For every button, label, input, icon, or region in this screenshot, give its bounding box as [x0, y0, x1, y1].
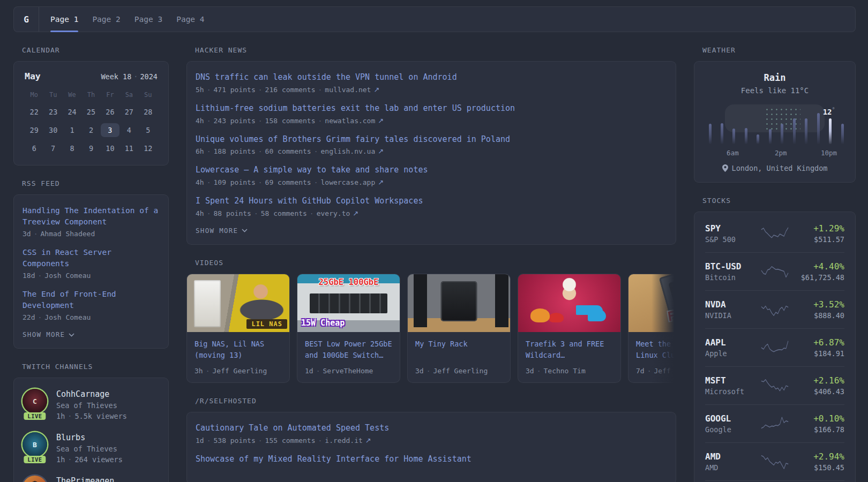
- stock-name: NVIDIA: [705, 311, 761, 320]
- item-author: Ahmad Shadeed: [40, 230, 95, 238]
- feed-item-title-link[interactable]: DNS traffic can leak outside the VPN tun…: [196, 72, 667, 84]
- chevron-down-icon: [242, 229, 248, 232]
- video-meta: 7d·Jeff Geerling: [636, 367, 676, 375]
- twitch-channel-row[interactable]: C LIVE CohhCarnage Sea of Thieves 1h·5.5…: [23, 389, 160, 420]
- item-comments-link[interactable]: 58 comments: [261, 209, 307, 217]
- calendar-day: 29: [25, 123, 43, 137]
- video-channel-link[interactable]: Jeff Geerling: [212, 367, 267, 375]
- item-comments-link[interactable]: 155 comments: [265, 436, 316, 445]
- feed-item-title-link[interactable]: I Spent 24 Hours with GitHub Copilot Wor…: [196, 195, 667, 207]
- tab-page-4[interactable]: Page 4: [169, 7, 211, 32]
- item-points: 243 points: [213, 117, 255, 125]
- daytime-overlay: [725, 104, 825, 132]
- item-comments-link[interactable]: 69 comments: [265, 178, 311, 186]
- video-channel-link[interactable]: ServeTheHome: [323, 367, 373, 375]
- item-comments-link[interactable]: 216 comments: [265, 86, 316, 94]
- temperature-bar: [769, 129, 772, 144]
- video-card[interactable]: 25GbE 100GbE 15W Cheap BEST Low Power 25…: [297, 274, 400, 383]
- calendar-day-header: We: [63, 91, 81, 101]
- separator-dot: ·: [311, 178, 321, 186]
- item-domain-link[interactable]: mullvad.net: [325, 86, 371, 94]
- calendar-day: 27: [119, 105, 138, 119]
- live-badge: LIVE: [24, 456, 46, 463]
- stock-values: +1.29% $511.57: [789, 223, 844, 244]
- video-card[interactable]: FAS Meet the newest Linux Cluster 7d·Jef…: [628, 274, 676, 383]
- stock-identity: NVDA NVIDIA: [705, 299, 761, 320]
- stock-ticker: AMD: [705, 451, 761, 462]
- stock-row[interactable]: GOOGL Google +0.10% $166.78: [705, 404, 844, 442]
- stock-row[interactable]: AMD AMD +2.94% $150.45: [705, 442, 844, 480]
- stock-row[interactable]: NVDA NVIDIA +3.52% $888.40: [705, 290, 844, 328]
- stock-row[interactable]: BTC-USD Bitcoin +4.40% $61,725.48: [705, 252, 844, 290]
- item-domain-link[interactable]: english.nv.ua: [321, 147, 376, 155]
- channel-name-link[interactable]: CohhCarnage: [56, 389, 127, 399]
- stock-row[interactable]: SPY S&P 500 +1.29% $511.57: [705, 215, 844, 252]
- video-card[interactable]: Traefik 3 and FREE Wildcard… 3d·Techno T…: [518, 274, 621, 383]
- separator-dot: ·: [203, 367, 213, 375]
- tab-page-3[interactable]: Page 3: [128, 7, 169, 32]
- video-title-link[interactable]: Meet the newest Linux Cluster: [636, 338, 676, 362]
- external-link-icon: ↗: [375, 117, 384, 125]
- twitch-channel-row[interactable]: B LIVE Blurbs Sea of Thieves 1h·264 view…: [23, 432, 160, 464]
- nav-tabs: Page 1 Page 2 Page 3 Page 4: [39, 7, 212, 32]
- video-title-link[interactable]: Traefik 3 and FREE Wildcard…: [526, 338, 613, 362]
- item-domain-link[interactable]: i.redd.it: [325, 436, 362, 445]
- weather-hourly-chart: 6am2pm10pm12°: [707, 103, 842, 157]
- feed-item-title-link[interactable]: Lowercase – A simple way to take and sha…: [196, 164, 667, 176]
- video-title-link[interactable]: BEST Low Power 25GbE and 100GbE Switch…: [305, 338, 392, 362]
- feed-item: Showcase of my Mixed Reality Interface f…: [196, 454, 667, 465]
- stock-row[interactable]: MSFT Microsoft +2.16% $406.43: [705, 366, 844, 404]
- video-channel-link[interactable]: Jeff Geerling: [433, 367, 488, 375]
- separator-dot: ·: [35, 272, 44, 280]
- video-card[interactable]: LIL NAS Big NAS, Lil NAS (moving 13) 3h·…: [186, 274, 290, 383]
- video-thumbnail[interactable]: [408, 274, 510, 332]
- app-logo[interactable]: G: [14, 7, 39, 32]
- video-channel-link[interactable]: Techno Tim: [543, 367, 585, 375]
- stock-change: +6.87%: [789, 337, 844, 348]
- tab-page-2[interactable]: Page 2: [85, 7, 127, 32]
- feed-item-title-link[interactable]: Showcase of my Mixed Reality Interface f…: [196, 454, 667, 465]
- channel-name-link[interactable]: Blurbs: [56, 432, 123, 442]
- tab-page-1[interactable]: Page 1: [43, 7, 85, 32]
- twitch-avatar-wrap: B LIVE: [23, 432, 47, 463]
- item-comments-link[interactable]: 158 comments: [265, 117, 316, 125]
- feed-item-title-link[interactable]: Cautionary Tale on Automated Speed Tests: [196, 423, 667, 434]
- twitch-channel-row[interactable]: ThePrimeagen ·: [23, 476, 160, 482]
- video-title-link[interactable]: Big NAS, Lil NAS (moving 13): [194, 338, 282, 362]
- item-comments-link[interactable]: 60 comments: [265, 147, 311, 155]
- video-card[interactable]: My Tiny Rack 3d·Jeff Geerling: [407, 274, 511, 383]
- channel-name-link[interactable]: ThePrimeagen: [56, 476, 114, 482]
- video-info: Big NAS, Lil NAS (moving 13) 3h·Jeff Gee…: [187, 332, 289, 382]
- feed-item-title-link[interactable]: Lithium-free sodium batteries exit the l…: [196, 103, 667, 115]
- external-link-icon: ↗: [375, 147, 384, 155]
- stock-row[interactable]: AAPL Apple +6.87% $184.91: [705, 328, 844, 366]
- rss-item-title-link[interactable]: The End of Front-End Development: [23, 289, 160, 311]
- rss-item-title-link[interactable]: Handling The Indentation of a Treeview C…: [23, 205, 160, 228]
- calendar-selected-day: 3: [101, 123, 119, 137]
- item-domain-link[interactable]: every.to: [317, 209, 350, 217]
- hn-show-more-button[interactable]: SHOW MORE: [196, 227, 667, 235]
- rss-section-title: RSS FEED: [13, 179, 169, 187]
- video-title-link[interactable]: My Tiny Rack: [415, 338, 503, 362]
- selfhosted-widget: Cautionary Tale on Automated Speed Tests…: [186, 412, 676, 482]
- thumbnail-overlay-text: 25GbE 100GbE: [319, 277, 379, 287]
- channel-avatar: [23, 476, 47, 482]
- video-channel-link[interactable]: Jeff Geerling: [654, 367, 676, 375]
- video-thumbnail[interactable]: FAS: [628, 274, 676, 332]
- item-domain-link[interactable]: lowercase.app: [321, 178, 376, 186]
- feed-item-title-link[interactable]: Unique volumes of Brothers Grimm fairy t…: [196, 134, 667, 146]
- calendar-day: 6: [25, 141, 43, 155]
- calendar-day: 4: [119, 123, 138, 137]
- twitch-channel-info: CohhCarnage Sea of Thieves 1h·5.5k viewe…: [56, 389, 127, 420]
- stock-values: +6.87% $184.91: [789, 337, 844, 358]
- video-thumbnail[interactable]: 25GbE 100GbE 15W Cheap: [297, 274, 400, 332]
- video-thumbnail[interactable]: LIL NAS: [187, 274, 289, 332]
- item-age: 1d: [196, 436, 204, 445]
- rss-item-title-link[interactable]: CSS in React Server Components: [23, 247, 160, 269]
- rss-show-more-button[interactable]: SHOW MORE: [23, 330, 160, 338]
- video-thumbnail[interactable]: [518, 274, 620, 332]
- item-domain-link[interactable]: newatlas.com: [325, 117, 375, 125]
- calendar-day: 7: [43, 141, 62, 155]
- video-age: 3d: [526, 367, 534, 375]
- right-column: WEATHER Rain Feels like 11°C 6am2pm10pm1…: [694, 32, 856, 482]
